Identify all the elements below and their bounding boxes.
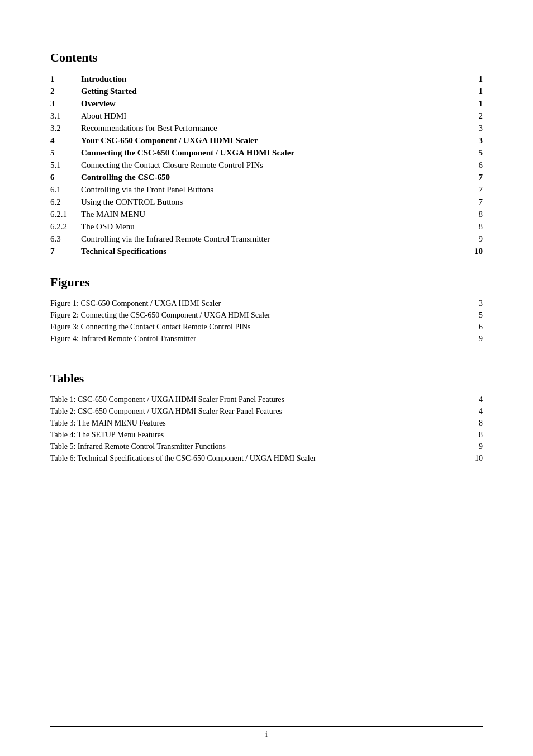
toc-item-label: Controlling via the Infrared Remote Cont… [81, 234, 466, 244]
toc-item-num: 6.1 [50, 185, 81, 195]
toc-item-page: 6 [466, 160, 483, 170]
toc-item-page: 5 [466, 148, 483, 158]
toc-item-page: 1 [466, 87, 483, 96]
toc-item-num: 3.2 [50, 124, 81, 133]
toc-list: 1Introduction12Getting Started13Overview… [50, 73, 483, 257]
table-page: 4 [466, 407, 483, 416]
toc-item-label: Introduction [81, 74, 466, 84]
figure-page: 6 [466, 323, 483, 332]
tables-title: Tables [50, 371, 483, 386]
figures-title: Figures [50, 275, 483, 290]
toc-item-num: 1 [50, 74, 81, 84]
toc-item-page: 1 [466, 74, 483, 84]
table-page: 10 [466, 454, 483, 463]
toc-item: 6.2.2The OSD Menu8 [50, 220, 483, 233]
toc-item: 6.2Using the CONTROL Buttons7 [50, 196, 483, 208]
table-item: Table 1: CSC-650 Component / UXGA HDMI S… [50, 394, 483, 405]
toc-item-num: 2 [50, 87, 81, 96]
figure-item: Figure 2: Connecting the CSC-650 Compone… [50, 309, 483, 321]
toc-item: 6.2.1The MAIN MENU8 [50, 208, 483, 220]
toc-item-num: 3.1 [50, 111, 81, 121]
table-page: 4 [466, 395, 483, 404]
table-item: Table 6: Technical Specifications of the… [50, 452, 483, 464]
toc-item-label: Connecting the Contact Closure Remote Co… [81, 160, 466, 170]
contents-title: Contents [50, 50, 483, 65]
toc-item-num: 3 [50, 99, 81, 108]
toc-item: 3.2Recommendations for Best Performance3 [50, 122, 483, 134]
toc-item: 2Getting Started1 [50, 85, 483, 97]
figures-list: Figure 1: CSC-650 Component / UXGA HDMI … [50, 297, 483, 344]
toc-item-label: Controlling the CSC-650 [81, 173, 466, 182]
table-page: 8 [466, 419, 483, 428]
toc-item-page: 7 [466, 197, 483, 207]
table-item: Table 5: Infrared Remote Control Transmi… [50, 441, 483, 452]
toc-item-num: 5.1 [50, 160, 81, 170]
toc-item-num: 7 [50, 247, 81, 256]
toc-item-label: Recommendations for Best Performance [81, 124, 466, 133]
figures-section: Figures Figure 1: CSC-650 Component / UX… [50, 275, 483, 344]
toc-item-page: 3 [466, 124, 483, 133]
table-label: Table 5: Infrared Remote Control Transmi… [50, 442, 466, 451]
figure-label: Figure 2: Connecting the CSC-650 Compone… [50, 311, 466, 320]
page: Contents 1Introduction12Getting Started1… [0, 0, 533, 756]
toc-item: 7Technical Specifications10 [50, 245, 483, 257]
toc-item-label: About HDMI [81, 111, 466, 121]
toc-item-num: 4 [50, 136, 81, 145]
tables-list: Table 1: CSC-650 Component / UXGA HDMI S… [50, 394, 483, 464]
table-label: Table 6: Technical Specifications of the… [50, 454, 466, 463]
toc-item-label: Using the CONTROL Buttons [81, 197, 466, 207]
toc-item: 6Controlling the CSC-6507 [50, 171, 483, 183]
figure-label: Figure 4: Infrared Remote Control Transm… [50, 334, 466, 343]
toc-item-label: Technical Specifications [81, 247, 466, 256]
toc-item: 3.1About HDMI2 [50, 110, 483, 122]
figure-page: 5 [466, 311, 483, 320]
toc-item: 3Overview1 [50, 97, 483, 110]
toc-item-page: 8 [466, 210, 483, 219]
figure-page: 3 [466, 299, 483, 308]
toc-item: 4Your CSC-650 Component / UXGA HDMI Scal… [50, 134, 483, 147]
table-item: Table 4: The SETUP Menu Features8 [50, 429, 483, 441]
toc-item-num: 6.3 [50, 234, 81, 244]
toc-item-page: 1 [466, 99, 483, 108]
toc-item-num: 5 [50, 148, 81, 158]
toc-item: 6.3Controlling via the Infrared Remote C… [50, 233, 483, 245]
toc-item-page: 2 [466, 111, 483, 121]
table-page: 9 [466, 442, 483, 451]
toc-item-num: 6 [50, 173, 81, 182]
toc-item-label: Overview [81, 99, 466, 108]
toc-item-page: 9 [466, 234, 483, 244]
toc-item: 5.1Connecting the Contact Closure Remote… [50, 159, 483, 171]
toc-item-page: 8 [466, 222, 483, 231]
figure-label: Figure 3: Connecting the Contact Contact… [50, 323, 466, 332]
toc-item-label: The MAIN MENU [81, 210, 466, 219]
table-label: Table 1: CSC-650 Component / UXGA HDMI S… [50, 395, 466, 404]
toc-item-page: 3 [466, 136, 483, 145]
table-page: 8 [466, 431, 483, 440]
toc-item-num: 6.2.1 [50, 210, 81, 219]
figure-page: 9 [466, 334, 483, 343]
table-item: Table 2: CSC-650 Component / UXGA HDMI S… [50, 405, 483, 417]
toc-item: 6.1Controlling via the Front Panel Butto… [50, 183, 483, 196]
table-label: Table 3: The MAIN MENU Features [50, 419, 466, 428]
table-label: Table 2: CSC-650 Component / UXGA HDMI S… [50, 407, 466, 416]
table-label: Table 4: The SETUP Menu Features [50, 431, 466, 440]
toc-item-label: The OSD Menu [81, 222, 466, 231]
footer-page-number: i [0, 730, 533, 739]
footer-line [50, 726, 483, 727]
figure-item: Figure 3: Connecting the Contact Contact… [50, 321, 483, 333]
table-item: Table 3: The MAIN MENU Features8 [50, 417, 483, 429]
toc-item-num: 6.2 [50, 197, 81, 207]
toc-item-num: 6.2.2 [50, 222, 81, 231]
toc-item-page: 7 [466, 173, 483, 182]
toc-item: 1Introduction1 [50, 73, 483, 85]
toc-item-label: Controlling via the Front Panel Buttons [81, 185, 466, 195]
figure-label: Figure 1: CSC-650 Component / UXGA HDMI … [50, 299, 466, 308]
toc-item-label: Getting Started [81, 87, 466, 96]
figure-item: Figure 1: CSC-650 Component / UXGA HDMI … [50, 297, 483, 309]
figure-item: Figure 4: Infrared Remote Control Transm… [50, 333, 483, 344]
toc-item-label: Connecting the CSC-650 Component / UXGA … [81, 148, 466, 158]
toc-item-page: 10 [466, 247, 483, 256]
toc-item: 5Connecting the CSC-650 Component / UXGA… [50, 147, 483, 159]
toc-item-page: 7 [466, 185, 483, 195]
tables-section: Tables Table 1: CSC-650 Component / UXGA… [50, 371, 483, 464]
